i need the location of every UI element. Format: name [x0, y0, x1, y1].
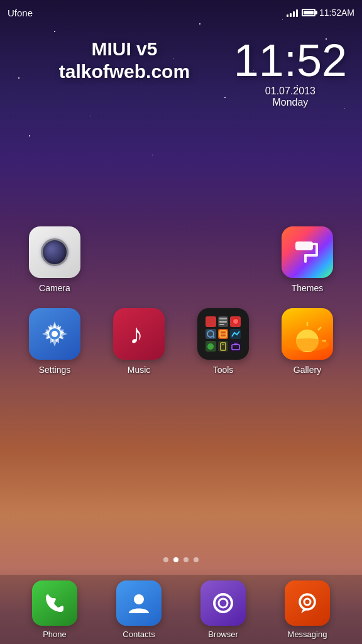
- gear-svg: [39, 318, 70, 350]
- app-row-2: Settings ♪ Music: [13, 308, 349, 375]
- tools-label: Tools: [213, 365, 234, 375]
- app-gallery[interactable]: Gallery: [273, 308, 342, 375]
- tools-icon: [197, 308, 249, 360]
- svg-rect-9: [219, 318, 227, 319]
- brand-title: MIUI v5 talkofweb.com: [15, 38, 234, 83]
- brand-line1: MIUI v5: [91, 38, 157, 59]
- music-svg: ♪: [123, 318, 155, 350]
- app-music[interactable]: ♪ Music: [104, 308, 173, 375]
- page-dot-2[interactable]: [173, 557, 178, 562]
- themes-svg: [292, 236, 323, 268]
- brand-line2: talkofweb.com: [59, 61, 190, 82]
- phone-label: Phone: [43, 630, 67, 639]
- svg-rect-0: [295, 242, 313, 250]
- svg-point-16: [207, 343, 214, 350]
- dock-messaging[interactable]: Messaging: [285, 580, 330, 639]
- browser-icon: [200, 580, 246, 626]
- gallery-icon: [282, 308, 333, 360]
- svg-rect-11: [219, 324, 224, 325]
- page-indicators: [0, 557, 362, 562]
- svg-rect-10: [219, 321, 227, 323]
- app-settings[interactable]: Settings: [20, 308, 89, 375]
- svg-point-12: [207, 331, 214, 337]
- messaging-icon: [285, 580, 330, 626]
- svg-rect-17: [221, 343, 226, 350]
- phone-icon: [32, 580, 77, 626]
- settings-label: Settings: [39, 365, 71, 375]
- battery-icon: [302, 9, 315, 16]
- camera-label: Camera: [39, 283, 70, 293]
- header: MIUI v5 talkofweb.com 11:52 01.07.2013 M…: [0, 25, 362, 108]
- dock: Phone Contacts Browser: [0, 575, 362, 644]
- dock-browser[interactable]: Browser: [200, 580, 246, 639]
- browser-label: Browser: [208, 630, 238, 639]
- svg-point-28: [219, 599, 228, 608]
- app-themes[interactable]: Themes: [273, 226, 342, 293]
- signal-icon: [287, 8, 298, 17]
- gallery-label: Gallery: [293, 365, 321, 375]
- messaging-label: Messaging: [288, 630, 327, 639]
- themes-label: Themes: [292, 283, 324, 293]
- settings-icon: [29, 308, 80, 360]
- app-tools[interactable]: Tools: [189, 308, 258, 375]
- clock-date: 01.07.2013 Monday: [234, 86, 347, 108]
- branding: MIUI v5 talkofweb.com: [15, 38, 234, 83]
- svg-text:♪: ♪: [129, 318, 143, 349]
- svg-rect-20: [234, 343, 238, 345]
- gallery-svg: [282, 308, 333, 360]
- svg-rect-4: [304, 254, 307, 263]
- status-bar: Ufone 11:52AM: [0, 0, 362, 25]
- svg-point-27: [214, 594, 232, 612]
- camera-lens: [41, 238, 69, 266]
- tools-grid: [206, 316, 241, 352]
- carrier-label: Ufone: [8, 8, 33, 18]
- svg-point-26: [134, 594, 144, 604]
- contacts-icon: [116, 580, 162, 626]
- music-label: Music: [128, 365, 151, 375]
- svg-line-24: [318, 327, 321, 330]
- themes-icon: [282, 226, 333, 278]
- music-icon: ♪: [113, 308, 165, 360]
- app-grid: Camera Themes: [0, 226, 362, 390]
- dock-contacts[interactable]: Contacts: [116, 580, 162, 639]
- clock-area: 11:52 01.07.2013 Monday: [234, 38, 347, 108]
- page-dot-1[interactable]: [163, 557, 168, 562]
- svg-rect-2: [315, 243, 318, 255]
- app-camera[interactable]: Camera: [20, 226, 89, 293]
- status-time: 11:52AM: [319, 8, 354, 18]
- camera-icon: [29, 226, 80, 278]
- svg-rect-19: [232, 345, 239, 350]
- page-dot-3[interactable]: [184, 557, 189, 562]
- status-right: 11:52AM: [287, 8, 354, 18]
- contacts-label: Contacts: [123, 630, 155, 639]
- page-dot-4[interactable]: [194, 557, 199, 562]
- dock-phone[interactable]: Phone: [32, 580, 77, 639]
- svg-point-7: [52, 331, 58, 337]
- clock-time: 11:52: [234, 38, 347, 83]
- svg-line-13: [213, 336, 214, 338]
- svg-point-30: [304, 599, 310, 605]
- app-row-1: Camera Themes: [13, 226, 349, 293]
- svg-point-29: [300, 594, 315, 609]
